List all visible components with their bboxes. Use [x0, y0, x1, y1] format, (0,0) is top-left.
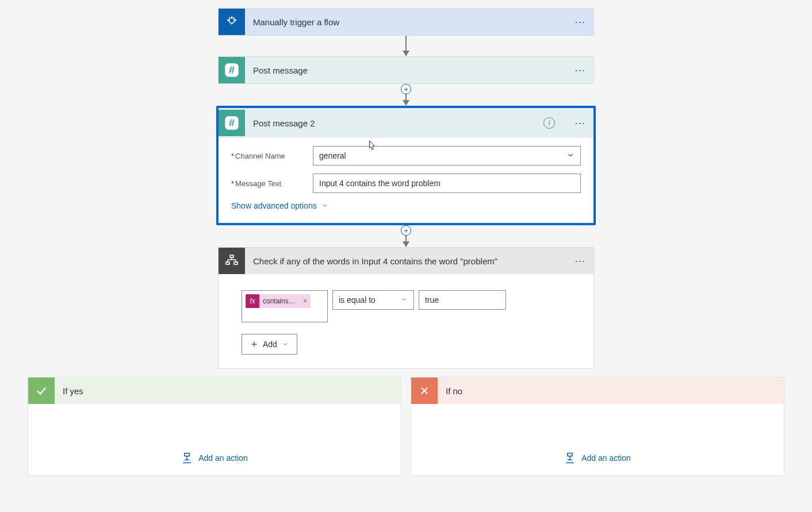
if-yes-branch: If yes Add an action: [28, 377, 401, 476]
post-message-2-card[interactable]: # Post message 2 i ··· *Channel Name gen…: [216, 106, 596, 225]
close-icon: [411, 378, 438, 404]
add-action-button[interactable]: Add an action: [181, 452, 248, 464]
condition-card[interactable]: Check if any of the words in Input 4 con…: [218, 247, 594, 369]
add-step-button[interactable]: +: [401, 84, 411, 94]
svg-rect-5: [230, 255, 233, 257]
svg-rect-20: [568, 453, 572, 456]
chevron-down-icon: [401, 295, 408, 305]
svg-text:#: #: [229, 64, 235, 76]
more-menu-icon[interactable]: ···: [566, 117, 593, 129]
info-icon[interactable]: i: [543, 117, 555, 129]
message-text-label: *Message Text: [231, 179, 313, 188]
connector-arrow: [403, 36, 409, 56]
if-no-branch: If no Add an action: [411, 377, 784, 476]
if-no-header[interactable]: If no: [411, 378, 784, 404]
svg-text:#: #: [229, 117, 235, 129]
condition-right-operand[interactable]: true: [419, 290, 506, 310]
expression-pill[interactable]: fx contains(... ×: [246, 294, 311, 308]
post-message-title: Post message: [253, 66, 558, 75]
more-menu-icon[interactable]: ···: [566, 16, 593, 28]
svg-rect-10: [226, 262, 229, 264]
post-message-card[interactable]: # Post message ···: [218, 56, 594, 84]
remove-expression-icon[interactable]: ×: [300, 297, 311, 305]
if-no-title: If no: [446, 386, 462, 396]
connector-arrow: [403, 234, 409, 247]
more-menu-icon[interactable]: ···: [566, 255, 593, 267]
svg-rect-14: [185, 453, 189, 456]
if-yes-title: If yes: [63, 386, 83, 396]
condition-left-operand[interactable]: fx contains(... ×: [242, 290, 328, 322]
trigger-card[interactable]: Manually trigger a flow ···: [218, 8, 594, 36]
trigger-icon: [219, 9, 245, 35]
add-condition-button[interactable]: Add: [242, 334, 297, 355]
message-text-input[interactable]: Input 4 contains the word problem: [313, 174, 581, 193]
chevron-down-icon: [566, 151, 574, 161]
channel-name-label: *Channel Name: [231, 152, 313, 160]
show-advanced-options[interactable]: Show advanced options: [231, 201, 328, 210]
post-message-2-title: Post message 2: [253, 118, 535, 128]
add-action-button[interactable]: Add an action: [564, 452, 631, 464]
condition-title: Check if any of the words in Input 4 con…: [253, 256, 558, 266]
hash-icon: #: [219, 57, 245, 83]
connector-arrow: [403, 93, 409, 106]
hash-icon: #: [219, 110, 245, 136]
check-icon: [28, 378, 55, 404]
fx-icon: fx: [246, 294, 259, 308]
svg-rect-11: [234, 262, 238, 264]
condition-operator-select[interactable]: is equal to: [332, 290, 414, 310]
condition-icon: [219, 248, 245, 274]
svg-point-0: [231, 17, 233, 19]
trigger-title: Manually trigger a flow: [253, 17, 558, 27]
channel-name-select[interactable]: general: [313, 146, 581, 165]
add-step-button[interactable]: +: [401, 225, 411, 236]
more-menu-icon[interactable]: ···: [566, 64, 593, 76]
if-yes-header[interactable]: If yes: [28, 378, 401, 404]
